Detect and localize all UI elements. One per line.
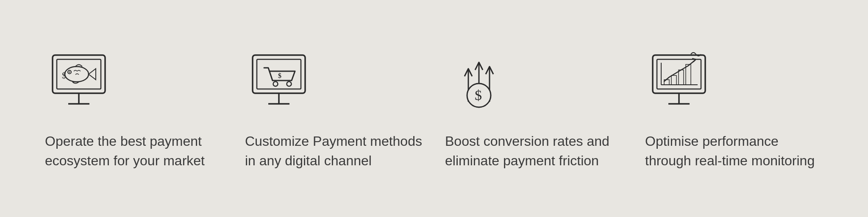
feature-item-boost-conversion: $ Boost conversion rates and eliminate p…	[445, 47, 623, 171]
svg-point-4	[65, 67, 89, 82]
svg-rect-28	[679, 70, 684, 85]
svg-rect-20	[653, 55, 705, 93]
svg-text:$: $	[278, 72, 281, 79]
svg-point-13	[287, 81, 292, 86]
feature-item-payment-ecosystem: $ Operate the best payment ecosystem for…	[45, 47, 223, 171]
svg-text:$: $	[62, 71, 66, 80]
dollar-arrows-icon: $	[445, 47, 513, 114]
feature-item-payment-methods: $ Customize Payment methods in any digit…	[245, 47, 423, 171]
monitor-fish-icon: $	[45, 47, 113, 114]
feature-item-optimise-performance: Optimise performance through real-time m…	[645, 47, 823, 171]
svg-rect-29	[686, 64, 691, 85]
monitor-chart-icon	[645, 47, 713, 114]
svg-point-12	[273, 81, 278, 86]
feature-text-optimise-performance: Optimise performance through real-time m…	[645, 131, 823, 171]
features-container: $ Operate the best payment ecosystem for…	[0, 30, 868, 188]
svg-rect-27	[671, 75, 676, 85]
feature-text-payment-methods: Customize Payment methods in any digital…	[245, 131, 423, 171]
svg-point-6	[69, 71, 70, 72]
monitor-cart-icon: $	[245, 47, 313, 114]
svg-text:$: $	[475, 87, 482, 103]
feature-text-boost-conversion: Boost conversion rates and eliminate pay…	[445, 131, 623, 171]
feature-text-payment-ecosystem: Operate the best payment ecosystem for y…	[45, 131, 223, 171]
